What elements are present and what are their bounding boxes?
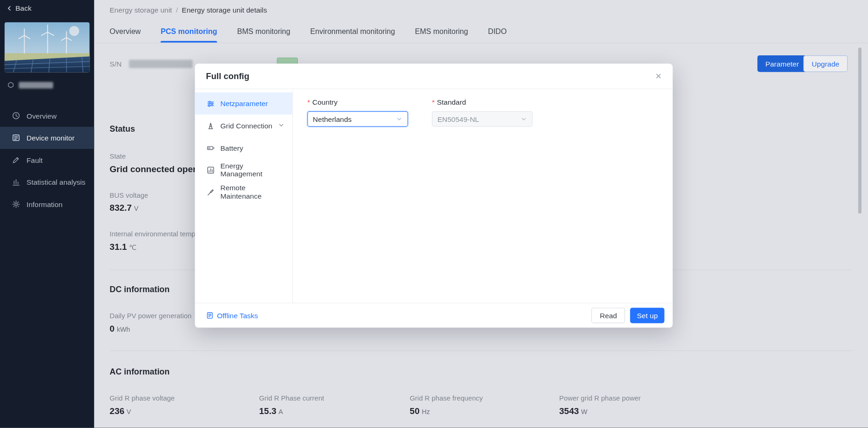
setup-button[interactable]: Set up [630,308,664,323]
netzparameter-icon [207,100,215,108]
grid-connection-icon [207,121,215,130]
standard-select-value: EN50549-NL [437,115,479,123]
standard-field: * Standard EN50549-NL [432,98,533,303]
modal-footer: Offline Tasks Read Set up [195,303,673,328]
field-label-text: Country [312,98,337,107]
offline-tasks-label: Offline Tasks [217,311,258,320]
country-select-value: Netherlands [313,115,351,123]
modal-nav-label: Grid Connection [220,121,272,130]
modal-nav: Netzparameter Grid Connection Battery En… [195,90,293,303]
field-label-text: Standard [437,98,466,107]
modal-nav-netzparameter[interactable]: Netzparameter [195,93,292,115]
offline-tasks-icon [206,312,214,320]
country-field: * Country Netherlands [307,98,408,303]
modal-nav-remote-maintenance[interactable]: Remote Maintenance [195,181,292,203]
energy-management-icon [207,166,215,174]
app-root: Back [0,0,868,428]
modal-nav-label: Remote Maintenance [220,184,284,201]
modal-footer-buttons: Read Set up [592,308,665,323]
chevron-down-icon [396,116,403,122]
chevron-down-icon [278,121,284,130]
modal-nav-label: Netzparameter [220,100,268,108]
remote-maintenance-icon [207,188,215,196]
modal-nav-grid-connection[interactable]: Grid Connection [195,114,292,137]
modal-nav-energy-management[interactable]: Energy Management [195,159,292,181]
standard-select[interactable]: EN50549-NL [432,111,533,127]
country-select[interactable]: Netherlands [307,111,408,127]
modal-nav-label: Energy Management [220,161,284,178]
standard-field-label: * Standard [432,98,533,107]
modal-title: Full config [206,71,249,81]
modal-nav-battery[interactable]: Battery [195,137,292,159]
modal-header: Full config × [195,64,673,89]
modal-content: * Country Netherlands * Standard EN50549… [293,90,673,303]
modal-nav-label: Battery [220,144,243,152]
required-asterisk: * [432,98,435,107]
battery-icon [207,144,215,152]
modal-body: Netzparameter Grid Connection Battery En… [195,90,673,303]
chevron-down-icon [520,116,527,122]
country-field-label: * Country [307,98,408,107]
read-button[interactable]: Read [592,308,626,323]
required-asterisk: * [307,98,310,107]
close-icon[interactable]: × [655,71,661,81]
full-config-modal: Full config × Netzparameter Grid Connect… [195,64,673,328]
offline-tasks-link[interactable]: Offline Tasks [206,311,258,320]
